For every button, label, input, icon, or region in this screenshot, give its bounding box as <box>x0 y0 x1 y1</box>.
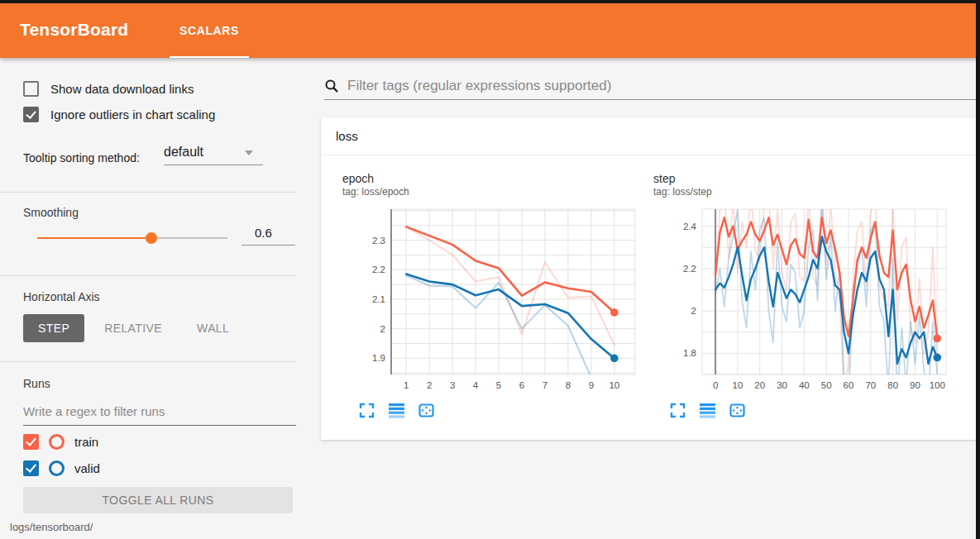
tag-group-title: loss <box>336 129 358 143</box>
runs-label: Runs <box>23 377 50 390</box>
svg-text:1.9: 1.9 <box>372 353 385 363</box>
show-download-links-label: Show data download links <box>50 82 194 96</box>
svg-text:10: 10 <box>733 380 743 390</box>
loss-step-line-chart[interactable]: 01020304050607080901001.822.22.4 <box>665 204 950 396</box>
svg-text:2: 2 <box>691 306 696 316</box>
train-run-checkbox[interactable] <box>23 434 39 450</box>
axis-step-button[interactable]: STEP <box>23 314 84 342</box>
chart-tag: tag: loss/epoch <box>342 186 648 198</box>
tooltip-sorting-dropdown[interactable]: default <box>164 145 263 165</box>
charts-row: epoch tag: loss/epoch 123456789101.922.1… <box>321 155 976 418</box>
valid-run-checkbox[interactable] <box>23 460 39 476</box>
tag-filter-input[interactable] <box>346 77 976 95</box>
svg-text:7: 7 <box>543 380 547 390</box>
chart-title: epoch <box>342 172 648 185</box>
fullscreen-icon[interactable] <box>670 403 686 418</box>
run-row-train[interactable]: train <box>23 434 98 450</box>
tag-group-header[interactable]: loss <box>321 117 976 155</box>
svg-text:0: 0 <box>713 380 718 390</box>
screen-edge-right <box>976 0 980 539</box>
svg-text:50: 50 <box>821 380 832 390</box>
slider-thumb[interactable] <box>146 232 157 244</box>
tab-scalars[interactable]: SCALARS <box>170 3 249 58</box>
chart-tag: tag: loss/step <box>653 186 959 198</box>
svg-text:2: 2 <box>427 380 432 390</box>
toggle-all-runs-button[interactable]: TOGGLE ALL RUNS <box>23 487 293 513</box>
svg-text:90: 90 <box>910 380 920 390</box>
valid-run-label: valid <box>74 461 100 475</box>
epoch-chart-block: epoch tag: loss/epoch 123456789101.922.1… <box>337 172 648 418</box>
svg-text:20: 20 <box>754 380 765 390</box>
smoothing-slider[interactable] <box>37 231 227 245</box>
svg-text:100: 100 <box>930 380 945 390</box>
svg-text:4: 4 <box>473 380 479 390</box>
chart-toolbar <box>359 403 648 418</box>
tab-scalars-label: SCALARS <box>179 24 239 37</box>
app-header: TensorBoard SCALARS <box>0 3 980 58</box>
tag-filter-row <box>324 73 976 100</box>
fullscreen-icon[interactable] <box>359 403 375 418</box>
svg-text:40: 40 <box>799 380 810 390</box>
svg-text:6: 6 <box>519 380 524 390</box>
axis-relative-button[interactable]: RELATIVE <box>89 314 177 342</box>
valid-run-color-swatch <box>49 460 65 476</box>
tooltip-sorting-value: default <box>164 145 203 159</box>
divider <box>0 275 296 276</box>
main-content: loss epoch tag: loss/epoch 123456789101.… <box>298 58 980 539</box>
smoothing-value-input[interactable]: 0.6 <box>241 226 295 246</box>
run-row-valid[interactable]: valid <box>23 460 100 476</box>
runs-regex-input[interactable] <box>23 401 296 426</box>
chevron-down-icon <box>245 150 253 155</box>
tensorboard-window: TensorBoard SCALARS Show data download l… <box>0 0 980 539</box>
svg-text:2.4: 2.4 <box>683 222 697 231</box>
ignore-outliers-label: Ignore outliers in chart scaling <box>50 107 215 122</box>
log-scale-icon[interactable] <box>389 403 404 418</box>
chart-toolbar <box>670 403 959 418</box>
svg-text:3: 3 <box>450 380 455 390</box>
tooltip-sorting-label: Tooltip sorting method: <box>23 151 140 165</box>
step-chart-block: step tag: loss/step 01020304050607080901… <box>648 172 959 418</box>
svg-text:1.8: 1.8 <box>683 348 696 358</box>
smoothing-label: Smoothing <box>23 206 79 219</box>
horizontal-axis-label: Horizontal Axis <box>23 290 100 303</box>
svg-text:1: 1 <box>404 380 409 390</box>
horizontal-axis-button-group: STEP RELATIVE WALL <box>23 314 244 342</box>
svg-text:30: 30 <box>777 380 787 390</box>
loss-epoch-line-chart[interactable]: 123456789101.922.12.22.3 <box>354 204 639 396</box>
svg-text:10: 10 <box>609 380 619 390</box>
svg-text:2.2: 2.2 <box>372 265 385 274</box>
axis-wall-button[interactable]: WALL <box>182 314 244 342</box>
show-download-links-checkbox-row[interactable]: Show data download links <box>23 81 194 97</box>
divider <box>0 361 296 362</box>
svg-text:2.2: 2.2 <box>683 264 696 274</box>
search-icon <box>324 79 339 93</box>
loss-tag-group-card: loss epoch tag: loss/epoch 123456789101.… <box>321 117 976 440</box>
show-download-links-checkbox[interactable] <box>23 81 39 97</box>
svg-text:2.1: 2.1 <box>372 294 385 304</box>
svg-text:9: 9 <box>589 380 594 390</box>
ignore-outliers-checkbox-row[interactable]: Ignore outliers in chart scaling <box>23 107 215 122</box>
settings-sidebar: Show data download links Ignore outliers… <box>0 58 298 539</box>
log-directory-path: logs/tensorboard/ <box>10 521 93 533</box>
train-run-label: train <box>74 435 98 449</box>
svg-text:70: 70 <box>865 380 876 390</box>
chart-title: step <box>653 172 959 185</box>
svg-text:60: 60 <box>844 380 854 390</box>
svg-text:80: 80 <box>887 380 898 390</box>
fit-domain-icon[interactable] <box>418 403 434 418</box>
svg-text:2: 2 <box>380 324 385 334</box>
train-run-color-swatch <box>49 434 65 450</box>
slider-fill <box>37 237 151 239</box>
tab-active-underline <box>170 56 249 58</box>
divider <box>0 192 296 193</box>
svg-text:2.3: 2.3 <box>372 236 385 246</box>
app-title: TensorBoard <box>20 20 128 40</box>
fit-domain-icon[interactable] <box>729 403 745 418</box>
screen-edge-top <box>0 0 980 3</box>
log-scale-icon[interactable] <box>700 403 715 418</box>
svg-text:5: 5 <box>496 380 501 390</box>
ignore-outliers-checkbox[interactable] <box>23 107 39 122</box>
svg-text:8: 8 <box>566 380 571 390</box>
